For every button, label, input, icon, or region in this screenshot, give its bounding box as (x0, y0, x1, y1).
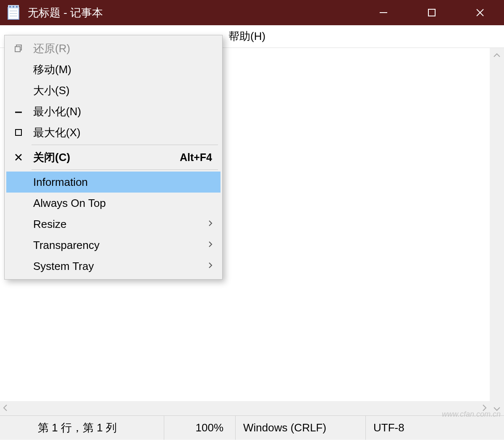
close-button[interactable] (456, 0, 504, 25)
menu-item[interactable]: Information (6, 172, 220, 193)
menu-item-label: System Tray (31, 260, 208, 273)
maximize-icon (6, 129, 31, 136)
menu-item-label: 最小化(N) (31, 104, 215, 119)
window-controls (359, 0, 504, 25)
scroll-down-icon[interactable] (493, 404, 501, 413)
statusbar: 第 1 行，第 1 列 100% Windows (CRLF) UTF-8 (0, 415, 504, 440)
menu-item: 还原(R) (6, 38, 220, 59)
menu-item-label: 移动(M) (31, 62, 215, 77)
vertical-scrollbar[interactable] (490, 48, 504, 415)
minimize-button[interactable] (359, 0, 407, 25)
restore-icon (6, 44, 31, 53)
menu-item-label: 大小(S) (31, 83, 215, 98)
menu-item-label: 最大化(X) (31, 125, 215, 140)
status-line-ending: Windows (CRLF) (235, 416, 365, 440)
chevron-right-icon (208, 240, 215, 250)
horizontal-scrollbar[interactable] (0, 401, 490, 415)
menu-item[interactable]: System Tray (6, 256, 220, 277)
chevron-right-icon (208, 262, 215, 271)
app-icon (7, 5, 20, 20)
menu-item-label: 还原(R) (31, 41, 215, 56)
menu-item[interactable]: 关闭(C)Alt+F4 (6, 147, 220, 168)
menu-item-label: Information (31, 176, 215, 189)
system-menu: 还原(R)移动(M)大小(S)最小化(N)最大化(X)关闭(C)Alt+F4In… (4, 35, 223, 280)
menu-item-label: Transparency (31, 239, 208, 252)
menu-item[interactable]: 最小化(N) (6, 101, 220, 122)
menu-item[interactable]: Always On Top (6, 193, 220, 214)
scroll-left-icon[interactable] (3, 404, 8, 413)
svg-rect-15 (16, 130, 21, 135)
svg-point-4 (16, 6, 18, 8)
menu-item[interactable]: Resize (6, 214, 220, 235)
menu-separator (32, 145, 218, 145)
menu-help[interactable]: 帮助(H) (228, 29, 265, 44)
menu-separator (32, 169, 218, 170)
scroll-right-icon[interactable] (482, 404, 487, 413)
menu-item[interactable]: 移动(M) (6, 59, 220, 80)
menu-item[interactable]: 大小(S) (6, 80, 220, 101)
status-position: 第 1 行，第 1 列 (0, 416, 164, 440)
svg-rect-9 (428, 9, 435, 16)
status-zoom: 100% (164, 416, 235, 440)
status-encoding: UTF-8 (365, 416, 504, 440)
maximize-button[interactable] (407, 0, 456, 25)
window-title: 无标题 - 记事本 (28, 5, 359, 20)
menu-item-label: Always On Top (31, 197, 215, 210)
svg-rect-13 (15, 47, 20, 52)
menu-item[interactable]: Transparency (6, 235, 220, 256)
svg-point-2 (9, 6, 11, 8)
scroll-up-icon[interactable] (493, 50, 501, 59)
close-icon (6, 153, 31, 161)
menu-item-label: Resize (31, 218, 208, 231)
menu-item-label: 关闭(C) (31, 150, 180, 165)
menu-item[interactable]: 最大化(X) (6, 122, 220, 143)
menu-item-shortcut: Alt+F4 (180, 151, 215, 164)
titlebar: 无标题 - 记事本 (0, 0, 504, 25)
chevron-right-icon (208, 219, 215, 229)
minimize-icon (6, 107, 31, 116)
svg-point-3 (13, 6, 14, 8)
